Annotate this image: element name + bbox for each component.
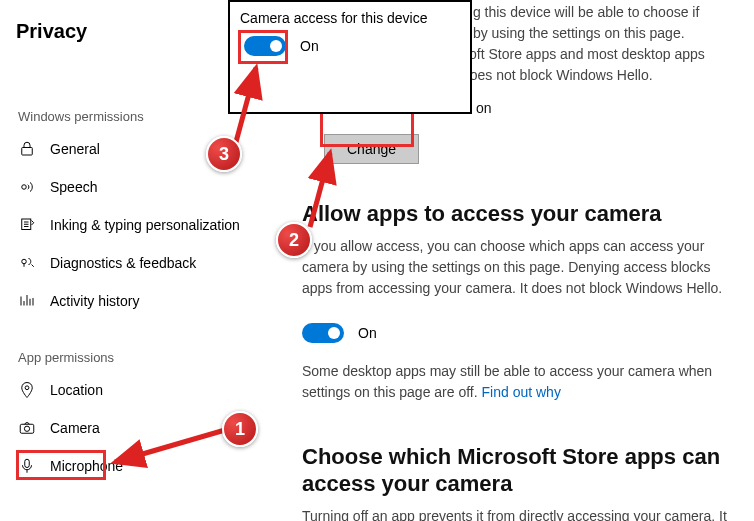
sidebar-item-inking[interactable]: Inking & typing personalization bbox=[8, 206, 288, 244]
sidebar-item-label: Diagnostics & feedback bbox=[50, 255, 196, 271]
sidebar-item-label: General bbox=[50, 141, 100, 157]
svg-point-4 bbox=[25, 386, 29, 390]
location-icon bbox=[18, 381, 36, 399]
device-camera-toggle-label: On bbox=[300, 38, 319, 54]
sidebar-item-label: Speech bbox=[50, 179, 97, 195]
sidebar-item-label: Location bbox=[50, 382, 103, 398]
svg-point-6 bbox=[24, 426, 29, 431]
camera-access-popup: Camera access for this device On bbox=[228, 0, 472, 114]
find-out-why-link[interactable]: Find out why bbox=[482, 384, 561, 400]
inking-icon bbox=[18, 216, 36, 234]
section-title-allow-apps: Allow apps to access your camera bbox=[302, 200, 734, 228]
sidebar-item-microphone[interactable]: Microphone bbox=[8, 447, 288, 485]
sidebar-item-label: Activity history bbox=[50, 293, 139, 309]
popup-title: Camera access for this device bbox=[240, 10, 460, 26]
activity-icon bbox=[18, 292, 36, 310]
sidebar-item-speech[interactable]: Speech bbox=[8, 168, 288, 206]
choose-apps-description: Turning off an app prevents it from dire… bbox=[302, 506, 734, 522]
change-button[interactable]: Change bbox=[324, 134, 419, 164]
diagnostics-icon bbox=[18, 254, 36, 272]
section-title-choose-apps: Choose which Microsoft Store apps can ac… bbox=[302, 443, 734, 498]
sidebar-item-label: Microphone bbox=[50, 458, 123, 474]
svg-rect-5 bbox=[20, 424, 34, 433]
allow-apps-toggle-label: On bbox=[358, 325, 377, 341]
sidebar-item-camera[interactable]: Camera bbox=[8, 409, 288, 447]
allow-apps-description: If you allow access, you can choose whic… bbox=[302, 236, 734, 299]
svg-point-3 bbox=[22, 259, 27, 264]
sidebar-item-label: Inking & typing personalization bbox=[50, 217, 240, 233]
desktop-apps-note: Some desktop apps may still be able to a… bbox=[302, 361, 734, 403]
device-camera-toggle[interactable] bbox=[244, 36, 286, 56]
svg-rect-7 bbox=[25, 459, 30, 467]
microphone-icon bbox=[18, 457, 36, 475]
svg-rect-0 bbox=[22, 148, 33, 156]
sidebar-item-location[interactable]: Location bbox=[8, 371, 288, 409]
allow-apps-toggle[interactable] bbox=[302, 323, 344, 343]
speech-icon bbox=[18, 178, 36, 196]
sidebar-item-general[interactable]: General bbox=[8, 130, 288, 168]
camera-icon bbox=[18, 419, 36, 437]
lock-icon bbox=[18, 140, 36, 158]
section-header-app-permissions: App permissions bbox=[8, 344, 288, 371]
svg-point-1 bbox=[22, 185, 27, 190]
sidebar-item-diagnostics[interactable]: Diagnostics & feedback bbox=[8, 244, 288, 282]
sidebar-item-activity[interactable]: Activity history bbox=[8, 282, 288, 320]
sidebar-item-label: Camera bbox=[50, 420, 100, 436]
